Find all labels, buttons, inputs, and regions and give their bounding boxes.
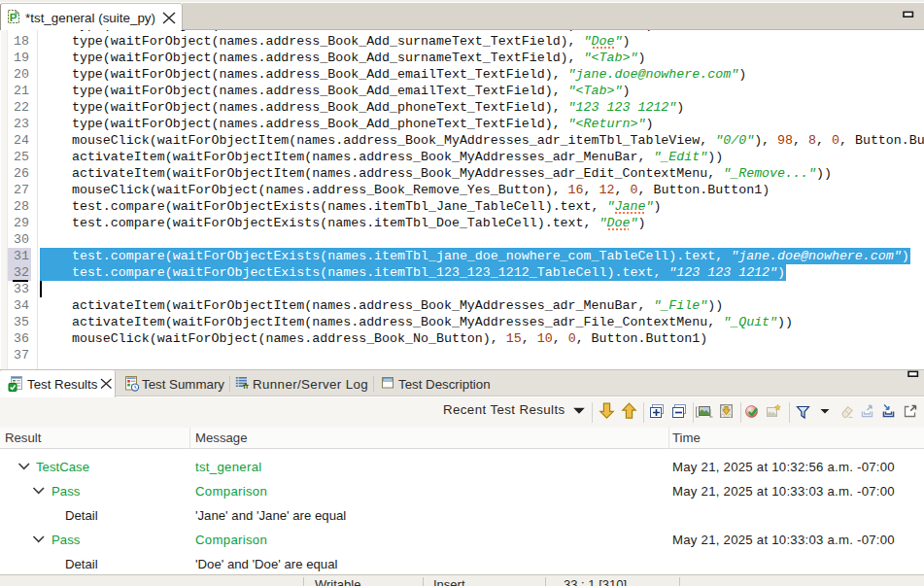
svg-text:P: P — [9, 12, 17, 23]
